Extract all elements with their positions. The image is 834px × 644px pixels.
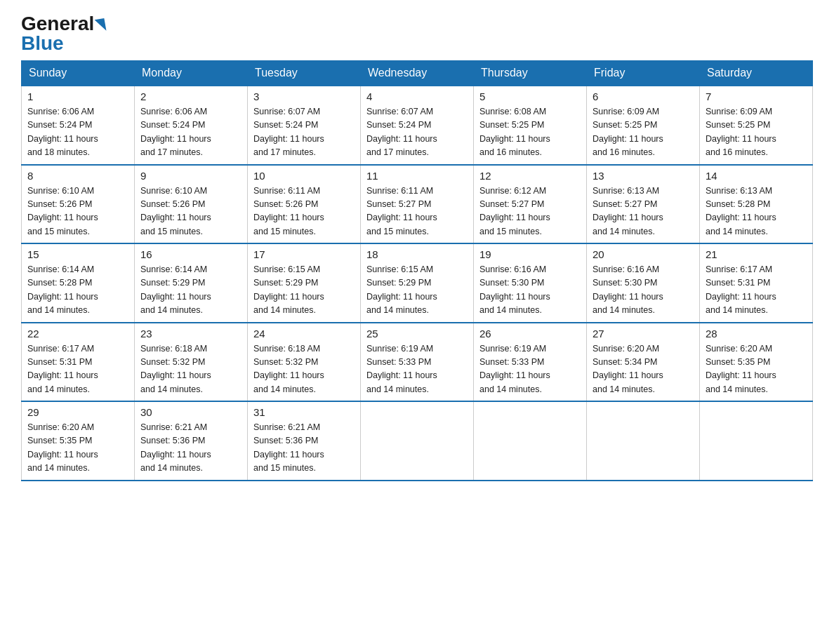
calendar-cell: 6 Sunrise: 6:09 AMSunset: 5:25 PMDayligh… xyxy=(587,86,700,165)
day-number: 18 xyxy=(366,248,468,260)
day-number: 10 xyxy=(253,170,355,182)
calendar-cell: 10 Sunrise: 6:11 AMSunset: 5:26 PMDaylig… xyxy=(248,165,361,244)
day-number: 23 xyxy=(140,328,241,340)
day-number: 1 xyxy=(27,90,128,102)
day-info: Sunrise: 6:10 AMSunset: 5:26 PMDaylight:… xyxy=(27,185,128,239)
calendar-week-row: 1 Sunrise: 6:06 AMSunset: 5:24 PMDayligh… xyxy=(22,86,813,165)
day-number: 7 xyxy=(706,90,807,102)
calendar-cell: 23 Sunrise: 6:18 AMSunset: 5:32 PMDaylig… xyxy=(135,323,248,402)
day-info: Sunrise: 6:11 AMSunset: 5:27 PMDaylight:… xyxy=(366,185,468,239)
calendar-cell: 15 Sunrise: 6:14 AMSunset: 5:28 PMDaylig… xyxy=(22,243,135,323)
calendar-cell: 20 Sunrise: 6:16 AMSunset: 5:30 PMDaylig… xyxy=(587,243,700,323)
day-info: Sunrise: 6:14 AMSunset: 5:29 PMDaylight:… xyxy=(140,263,241,318)
calendar-cell: 5 Sunrise: 6:08 AMSunset: 5:25 PMDayligh… xyxy=(474,86,587,165)
calendar-week-row: 22 Sunrise: 6:17 AMSunset: 5:31 PMDaylig… xyxy=(22,323,813,402)
day-number: 27 xyxy=(593,328,694,340)
col-header-saturday: Saturday xyxy=(700,61,813,86)
calendar-cell: 4 Sunrise: 6:07 AMSunset: 5:24 PMDayligh… xyxy=(361,86,474,165)
day-info: Sunrise: 6:09 AMSunset: 5:25 PMDaylight:… xyxy=(593,105,694,160)
day-info: Sunrise: 6:13 AMSunset: 5:28 PMDaylight:… xyxy=(706,185,807,239)
logo-arrow-icon xyxy=(95,18,107,32)
day-number: 24 xyxy=(253,328,355,340)
logo-blue-text: Blue xyxy=(21,32,64,54)
day-number: 4 xyxy=(366,90,468,102)
calendar-cell: 13 Sunrise: 6:13 AMSunset: 5:27 PMDaylig… xyxy=(587,165,700,244)
day-info: Sunrise: 6:13 AMSunset: 5:27 PMDaylight:… xyxy=(593,185,694,239)
day-info: Sunrise: 6:16 AMSunset: 5:30 PMDaylight:… xyxy=(593,263,694,318)
day-info: Sunrise: 6:07 AMSunset: 5:24 PMDaylight:… xyxy=(253,105,355,160)
calendar-cell: 26 Sunrise: 6:19 AMSunset: 5:33 PMDaylig… xyxy=(474,323,587,402)
col-header-friday: Friday xyxy=(587,61,700,86)
day-info: Sunrise: 6:20 AMSunset: 5:35 PMDaylight:… xyxy=(27,421,128,476)
day-number: 28 xyxy=(706,328,807,340)
calendar-cell: 14 Sunrise: 6:13 AMSunset: 5:28 PMDaylig… xyxy=(700,165,813,244)
day-info: Sunrise: 6:15 AMSunset: 5:29 PMDaylight:… xyxy=(366,263,468,318)
day-info: Sunrise: 6:11 AMSunset: 5:26 PMDaylight:… xyxy=(253,185,355,239)
day-number: 8 xyxy=(27,170,128,182)
day-info: Sunrise: 6:06 AMSunset: 5:24 PMDaylight:… xyxy=(27,105,128,160)
calendar-cell: 2 Sunrise: 6:06 AMSunset: 5:24 PMDayligh… xyxy=(135,86,248,165)
day-number: 17 xyxy=(253,248,355,260)
day-number: 29 xyxy=(27,406,128,418)
col-header-tuesday: Tuesday xyxy=(248,61,361,86)
calendar-week-row: 15 Sunrise: 6:14 AMSunset: 5:28 PMDaylig… xyxy=(22,243,813,323)
day-number: 5 xyxy=(479,90,581,102)
day-number: 15 xyxy=(27,248,128,260)
calendar-cell: 27 Sunrise: 6:20 AMSunset: 5:34 PMDaylig… xyxy=(587,323,700,402)
day-number: 13 xyxy=(593,170,694,182)
day-number: 11 xyxy=(366,170,468,182)
col-header-wednesday: Wednesday xyxy=(361,61,474,86)
calendar-cell xyxy=(587,401,700,481)
day-info: Sunrise: 6:21 AMSunset: 5:36 PMDaylight:… xyxy=(253,421,355,476)
day-number: 31 xyxy=(253,406,355,418)
calendar-cell: 29 Sunrise: 6:20 AMSunset: 5:35 PMDaylig… xyxy=(22,401,135,481)
calendar-cell: 8 Sunrise: 6:10 AMSunset: 5:26 PMDayligh… xyxy=(22,165,135,244)
day-info: Sunrise: 6:10 AMSunset: 5:26 PMDaylight:… xyxy=(140,185,241,239)
day-number: 20 xyxy=(593,248,694,260)
calendar-cell: 22 Sunrise: 6:17 AMSunset: 5:31 PMDaylig… xyxy=(22,323,135,402)
calendar-cell: 3 Sunrise: 6:07 AMSunset: 5:24 PMDayligh… xyxy=(248,86,361,165)
calendar-cell: 1 Sunrise: 6:06 AMSunset: 5:24 PMDayligh… xyxy=(22,86,135,165)
day-info: Sunrise: 6:19 AMSunset: 5:33 PMDaylight:… xyxy=(366,342,468,397)
calendar-cell: 19 Sunrise: 6:16 AMSunset: 5:30 PMDaylig… xyxy=(474,243,587,323)
day-number: 12 xyxy=(479,170,581,182)
calendar-week-row: 29 Sunrise: 6:20 AMSunset: 5:35 PMDaylig… xyxy=(22,401,813,481)
calendar-table: SundayMondayTuesdayWednesdayThursdayFrid… xyxy=(21,60,813,481)
calendar-cell: 11 Sunrise: 6:11 AMSunset: 5:27 PMDaylig… xyxy=(361,165,474,244)
calendar-cell: 16 Sunrise: 6:14 AMSunset: 5:29 PMDaylig… xyxy=(135,243,248,323)
day-number: 2 xyxy=(140,90,241,102)
day-info: Sunrise: 6:21 AMSunset: 5:36 PMDaylight:… xyxy=(140,421,241,476)
day-info: Sunrise: 6:18 AMSunset: 5:32 PMDaylight:… xyxy=(140,342,241,397)
day-number: 22 xyxy=(27,328,128,340)
calendar-cell: 24 Sunrise: 6:18 AMSunset: 5:32 PMDaylig… xyxy=(248,323,361,402)
calendar-cell xyxy=(700,401,813,481)
calendar-cell xyxy=(361,401,474,481)
day-number: 26 xyxy=(479,328,581,340)
calendar-cell xyxy=(474,401,587,481)
calendar-cell: 7 Sunrise: 6:09 AMSunset: 5:25 PMDayligh… xyxy=(700,86,813,165)
calendar-cell: 25 Sunrise: 6:19 AMSunset: 5:33 PMDaylig… xyxy=(361,323,474,402)
day-number: 25 xyxy=(366,328,468,340)
day-info: Sunrise: 6:16 AMSunset: 5:30 PMDaylight:… xyxy=(479,263,581,318)
day-number: 14 xyxy=(706,170,807,182)
calendar-header-row: SundayMondayTuesdayWednesdayThursdayFrid… xyxy=(22,61,813,86)
day-info: Sunrise: 6:18 AMSunset: 5:32 PMDaylight:… xyxy=(253,342,355,397)
day-number: 19 xyxy=(479,248,581,260)
col-header-thursday: Thursday xyxy=(474,61,587,86)
day-info: Sunrise: 6:08 AMSunset: 5:25 PMDaylight:… xyxy=(479,105,581,160)
day-number: 16 xyxy=(140,248,241,260)
day-info: Sunrise: 6:15 AMSunset: 5:29 PMDaylight:… xyxy=(253,263,355,318)
day-number: 21 xyxy=(706,248,807,260)
calendar-cell: 9 Sunrise: 6:10 AMSunset: 5:26 PMDayligh… xyxy=(135,165,248,244)
day-info: Sunrise: 6:12 AMSunset: 5:27 PMDaylight:… xyxy=(479,185,581,239)
day-number: 9 xyxy=(140,170,241,182)
day-info: Sunrise: 6:17 AMSunset: 5:31 PMDaylight:… xyxy=(27,342,128,397)
logo: General Blue xyxy=(21,14,105,53)
calendar-week-row: 8 Sunrise: 6:10 AMSunset: 5:26 PMDayligh… xyxy=(22,165,813,244)
day-info: Sunrise: 6:07 AMSunset: 5:24 PMDaylight:… xyxy=(366,105,468,160)
day-info: Sunrise: 6:09 AMSunset: 5:25 PMDaylight:… xyxy=(706,105,807,160)
day-info: Sunrise: 6:17 AMSunset: 5:31 PMDaylight:… xyxy=(706,263,807,318)
logo-general-text: General xyxy=(21,13,94,34)
page-header: General Blue xyxy=(21,14,813,53)
calendar-cell: 17 Sunrise: 6:15 AMSunset: 5:29 PMDaylig… xyxy=(248,243,361,323)
